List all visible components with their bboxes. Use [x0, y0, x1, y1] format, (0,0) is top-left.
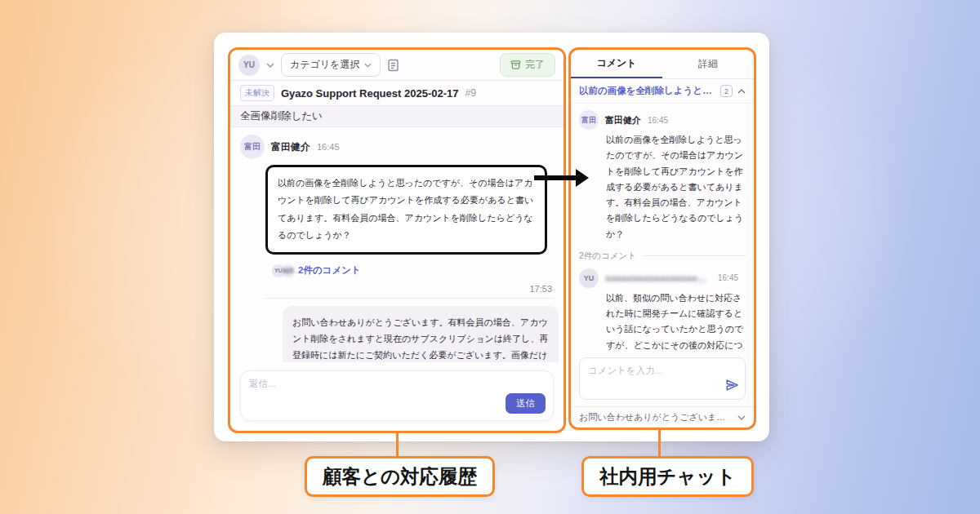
customer-message-text: 以前の画像を全削除しようと思ったのですが、その場合はアカウントを削除して再びアカ…: [278, 178, 533, 240]
comments-section-label: 2件のコメント: [579, 250, 636, 262]
collapse-chevron-up-icon[interactable]: [737, 89, 746, 94]
support-tool-window: YU カテゴリを選択 完了 未解決 Gyazo Support Request …: [214, 33, 769, 441]
ticket-panel: YU カテゴリを選択 完了 未解決 Gyazo Support Request …: [228, 47, 566, 433]
left-label-connector: [396, 431, 399, 459]
tab-details[interactable]: 詳細: [662, 50, 754, 78]
assignee-chevron-down-icon[interactable]: [266, 63, 274, 68]
send-comment-icon[interactable]: [726, 379, 738, 394]
collapsed-reply-row[interactable]: お問い合わせありがとうございます。有料...: [571, 406, 754, 428]
note-icon[interactable]: [387, 59, 399, 72]
highlighted-customer-message: 以前の画像を全削除しようと思ったのですが、その場合はアカウントを削除して再びアカ…: [265, 165, 547, 255]
ticket-toolbar: YU カテゴリを選択 完了: [230, 50, 564, 81]
thread-divider: [265, 298, 554, 299]
reply-compose-box: 送信: [240, 370, 554, 421]
comment-text: 以前、類似の問い合わせに対応された時に開発チームに確認するという話になっていたか…: [606, 290, 746, 352]
comment-header: YU ●●●●●●●●●●●●●●●●●●●●● 16:45: [579, 268, 746, 288]
comment-time: 16:45: [718, 273, 738, 282]
pinned-avatar: 富田: [579, 110, 599, 130]
comment-header: 富田 富田健介 16:45: [579, 110, 746, 130]
chat-scroll-area[interactable]: 富田 富田健介 16:45 以前の画像を全削除しようと思ったのですが、その場合は…: [571, 104, 754, 352]
comments-count-link[interactable]: 2件のコメント: [298, 264, 361, 277]
ticket-subject: 全画像削除したい: [240, 109, 323, 123]
comment-compose-box: [579, 357, 746, 400]
ticket-number: #9: [465, 87, 475, 99]
chat-tabs: コメント 詳細: [571, 50, 754, 79]
customer-name: 富田健介: [271, 140, 310, 154]
done-button-label: 完了: [525, 58, 545, 72]
ticket-header: 未解決 Gyazo Support Request 2025-02-17 #9: [230, 81, 564, 105]
ticket-thread: 富田 富田健介 16:45 以前の画像を全削除しようと思ったのですが、その場合は…: [230, 127, 564, 362]
send-reply-button[interactable]: 送信: [506, 393, 546, 414]
category-chevron-down-icon: [364, 63, 372, 68]
ticket-subject-row: 全画像削除したい: [230, 105, 564, 127]
chat-thread-header[interactable]: 以前の画像を全削除しようと思ったの... 2: [571, 79, 754, 104]
category-select-label: カテゴリを選択: [290, 58, 359, 72]
agent-reply-text: お問い合わせありがとうございます。有料会員の場合、アカウント削除をされますと現在…: [292, 317, 548, 362]
customer-message-time: 16:45: [317, 142, 340, 152]
right-annotation-label: 社内用チャット: [581, 456, 754, 497]
commenter-email-redacted: ●●●●●●●●●●●●●●●●●●●●●: [605, 273, 711, 283]
tab-comments[interactable]: コメント: [571, 50, 662, 78]
assignee-avatar[interactable]: YU: [238, 55, 260, 76]
section-divider-line: [643, 255, 746, 256]
pinned-author: 富田健介: [605, 114, 641, 126]
annotation-arrow-line: [534, 175, 577, 180]
customer-avatar: 富田: [240, 135, 265, 159]
annotation-arrow-head-icon: [576, 169, 589, 187]
chat-thread-title: 以前の画像を全削除しようと思ったの...: [579, 85, 715, 97]
pinned-customer-comment: 富田 富田健介 16:45 以前の画像を全削除しようと思ったのですが、その場合は…: [579, 110, 746, 242]
inline-comments-row[interactable]: YU 粕田 2件のコメント: [272, 264, 554, 277]
status-badge: 未解決: [240, 85, 274, 101]
pinned-time: 16:45: [648, 116, 668, 125]
mini-avatar-kasuda: 粕田: [282, 264, 295, 277]
left-annotation-label: 顧客との対応履歴: [305, 456, 495, 497]
expand-chevron-down-icon: [737, 415, 746, 420]
right-label-connector: [658, 428, 661, 459]
comment-input[interactable]: [580, 358, 745, 399]
archive-icon: [510, 60, 521, 70]
commenter-avatars: YU 粕田: [272, 264, 295, 277]
done-button[interactable]: 完了: [500, 53, 555, 77]
customer-message-header: 富田 富田健介 16:45: [240, 135, 554, 159]
category-select[interactable]: カテゴリを選択: [281, 53, 381, 77]
ticket-title: Gyazo Support Request 2025-02-17: [281, 87, 458, 100]
agent-reply-bubble: お問い合わせありがとうございます。有料会員の場合、アカウント削除をされますと現在…: [283, 306, 559, 362]
commenter-avatar-yu: YU: [579, 268, 599, 288]
pinned-text: 以前の画像を全削除しようと思ったのですが、その場合はアカウントを削除して再びアカ…: [606, 132, 746, 242]
collapsed-reply-text: お問い合わせありがとうございます。有料...: [579, 411, 733, 423]
agent-reply-time: 17:53: [240, 284, 554, 294]
comment-count-badge: 2: [720, 85, 733, 97]
internal-comment: YU ●●●●●●●●●●●●●●●●●●●●● 16:45 以前、類似の問い合…: [579, 268, 746, 352]
comments-section-divider: 2件のコメント: [579, 250, 746, 262]
internal-chat-panel: コメント 詳細 以前の画像を全削除しようと思ったの... 2 富田 富田健介 1…: [568, 47, 756, 430]
